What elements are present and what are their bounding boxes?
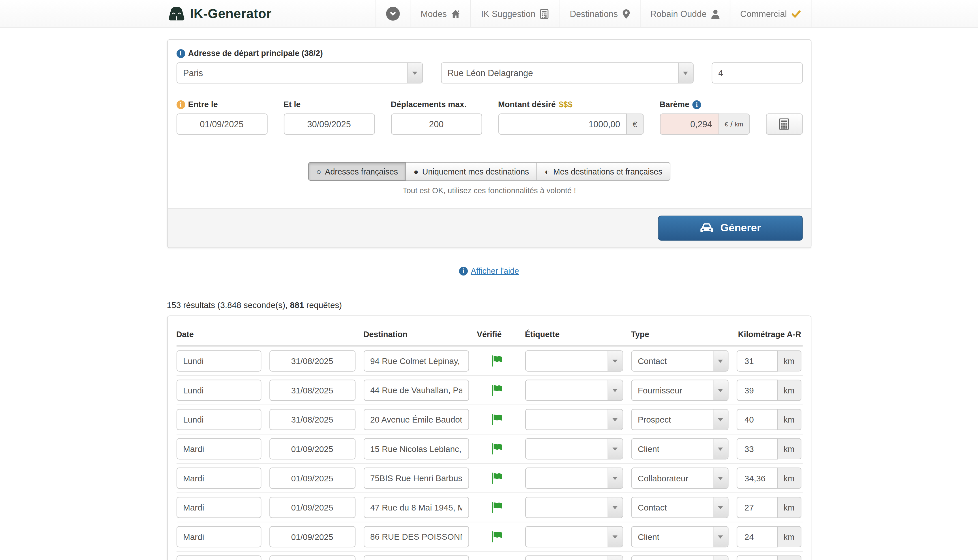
chevron-down-icon[interactable] [607,497,622,518]
col-type: Type [631,330,728,339]
day-input[interactable] [176,555,261,560]
day-input[interactable] [176,409,261,430]
date-to-input[interactable] [284,113,375,135]
chevron-down-icon[interactable] [713,497,728,518]
km-input[interactable] [736,468,778,489]
km-unit: km [778,380,801,401]
day-input[interactable] [176,438,261,459]
type-select[interactable] [631,350,728,372]
chevron-down-icon[interactable] [607,439,622,459]
day-input[interactable] [176,468,261,489]
city-select[interactable] [176,62,423,83]
chevron-down-icon[interactable] [607,527,622,547]
generate-button[interactable]: Génerer [658,216,802,241]
date-input[interactable] [269,409,355,430]
type-select[interactable] [631,468,728,489]
type-select[interactable] [631,555,728,560]
km-input[interactable] [736,497,778,518]
brand-name: IK-Generator [190,6,271,21]
chevron-down-icon[interactable] [607,468,622,488]
brand[interactable]: IK-Generator [167,6,272,22]
etiquette-select[interactable] [525,438,623,459]
nav-item-modes[interactable]: Modes [410,0,471,28]
street-number-input[interactable] [711,62,803,83]
max-trips-input[interactable] [391,113,482,135]
browser-viewport: IK-Generator Modes IK Suggestion [0,0,978,560]
car-icon [699,223,714,234]
nav-item-notifications[interactable] [376,0,410,28]
day-input[interactable] [176,497,261,518]
date-input[interactable] [269,438,355,459]
km-input[interactable] [736,438,778,459]
nav-item-label: Robain Oudde [650,9,707,19]
chevron-down-icon[interactable] [607,380,622,400]
chevron-down-icon[interactable] [607,351,622,371]
chevron-down-icon[interactable] [407,63,422,83]
km-input[interactable] [736,526,778,547]
col-etiquette: Étiquette [525,330,623,339]
table-row: km [176,347,803,376]
amount-input[interactable] [498,113,627,135]
type-select[interactable] [631,409,728,430]
chevron-down-icon[interactable] [713,468,728,488]
street-select[interactable] [441,62,693,83]
chevron-down-icon[interactable] [607,556,622,560]
type-select[interactable] [631,526,728,547]
date-from-input[interactable] [176,113,267,135]
km-input[interactable] [736,350,778,372]
mode-my-destinations-and-french-button[interactable]: ◐ Mes destinations et françaises [537,162,670,181]
day-input[interactable] [176,350,261,372]
etiquette-select[interactable] [525,526,623,547]
etiquette-select[interactable] [525,350,623,372]
etiquette-select[interactable] [525,468,623,489]
rate-input[interactable] [660,113,719,135]
date-input[interactable] [269,555,355,560]
km-input[interactable] [736,555,778,560]
destination-input[interactable] [363,438,469,459]
date-input[interactable] [269,380,355,401]
km-input[interactable] [736,380,778,401]
table-row: km [176,435,803,464]
chevron-down-icon[interactable] [713,351,728,371]
type-select[interactable] [631,380,728,401]
destination-input[interactable] [363,468,469,489]
km-input[interactable] [736,409,778,430]
nav-item-commercial[interactable]: Commercial [729,0,811,28]
rate-calculator-button[interactable] [766,113,803,135]
chevron-down-icon[interactable] [713,439,728,459]
navbar: IK-Generator Modes IK Suggestion [0,0,978,28]
etiquette-select[interactable] [525,409,623,430]
etiquette-select[interactable] [525,497,623,518]
street-select-value[interactable] [441,62,693,83]
destination-input[interactable] [363,350,469,372]
nav-item-user[interactable]: Robain Oudde [639,0,729,28]
destination-input[interactable] [363,497,469,518]
type-select[interactable] [631,497,728,518]
mode-french-addresses-button[interactable]: ○ Adresses françaises [308,162,406,181]
etiquette-select[interactable] [525,555,623,560]
destination-input[interactable] [363,555,469,560]
day-input[interactable] [176,526,261,547]
type-select[interactable] [631,438,728,459]
etiquette-select[interactable] [525,380,623,401]
destination-input[interactable] [363,526,469,547]
date-input[interactable] [269,526,355,547]
destination-input[interactable] [363,380,469,401]
chevron-down-icon[interactable] [607,410,622,430]
chevron-down-icon[interactable] [713,527,728,547]
mode-only-my-destinations-button[interactable]: ● Uniquement mes destinations [406,162,537,181]
day-input[interactable] [176,380,261,401]
chevron-down-icon[interactable] [713,380,728,400]
date-input[interactable] [269,350,355,372]
nav-item-destinations[interactable]: Destinations [559,0,639,28]
nav-item-ik-suggestion[interactable]: IK Suggestion [471,0,559,28]
city-select-value[interactable] [176,62,423,83]
date-input[interactable] [269,468,355,489]
date-input[interactable] [269,497,355,518]
show-help-link[interactable]: i Afficher l'aide [459,266,519,275]
chevron-down-icon[interactable] [713,410,728,430]
destination-input[interactable] [363,409,469,430]
chevron-down-icon[interactable] [713,556,728,560]
form-footer: Génerer [167,208,811,247]
chevron-down-icon[interactable] [678,63,693,83]
